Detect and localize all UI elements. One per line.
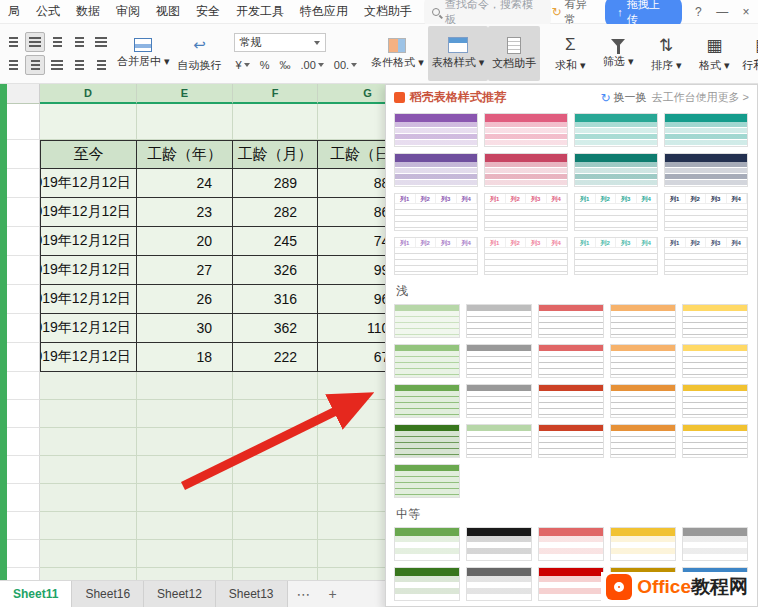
cell[interactable]: 1104: [318, 314, 385, 343]
cell[interactable]: [318, 104, 385, 140]
cell[interactable]: [233, 104, 318, 140]
sheet-tab-sheet16[interactable]: Sheet16: [72, 581, 144, 607]
cell[interactable]: [7, 104, 40, 140]
table-style-thumb[interactable]: [484, 153, 568, 187]
align-middle-icon[interactable]: [25, 32, 45, 52]
cell[interactable]: [233, 400, 318, 428]
sheet-tab-sheet12[interactable]: Sheet12: [144, 581, 216, 607]
cell[interactable]: 964: [318, 285, 385, 314]
cell[interactable]: [40, 372, 137, 400]
table-style-thumb[interactable]: [610, 424, 676, 458]
menu-item-文档助手[interactable]: 文档助手: [356, 3, 420, 20]
cell[interactable]: [233, 456, 318, 484]
cell[interactable]: 24: [137, 169, 233, 198]
cell[interactable]: [7, 169, 40, 198]
table-style-thumb[interactable]: [394, 527, 460, 561]
cell[interactable]: [318, 512, 385, 540]
cell[interactable]: [40, 512, 137, 540]
table-style-thumb[interactable]: [394, 304, 460, 338]
cell[interactable]: [7, 456, 40, 484]
cell[interactable]: 工龄（日）: [318, 140, 385, 169]
help-button[interactable]: ?: [690, 5, 706, 19]
cell[interactable]: [318, 484, 385, 512]
cell[interactable]: [40, 484, 137, 512]
minimize-button[interactable]: —: [714, 5, 730, 19]
rows-cols-button[interactable]: ▤行和列 ▾: [738, 26, 758, 81]
cell[interactable]: [137, 104, 233, 140]
cell[interactable]: 316: [233, 285, 318, 314]
add-sheet-button[interactable]: +: [320, 581, 346, 607]
table-style-thumb[interactable]: [682, 527, 748, 561]
cell[interactable]: [7, 372, 40, 400]
cell[interactable]: 994: [318, 256, 385, 285]
cell[interactable]: [137, 540, 233, 568]
table-style-thumb[interactable]: [538, 384, 604, 418]
cell[interactable]: 678: [318, 343, 385, 372]
cell[interactable]: [40, 456, 137, 484]
cell[interactable]: [7, 140, 40, 169]
table-style-thumb[interactable]: [610, 304, 676, 338]
column-header-D[interactable]: D: [40, 84, 137, 104]
cell[interactable]: [318, 456, 385, 484]
filter-button[interactable]: 筛选 ▾: [594, 26, 642, 81]
table-style-thumb[interactable]: [466, 304, 532, 338]
cell[interactable]: [7, 512, 40, 540]
number-format-select[interactable]: 常规: [234, 33, 326, 52]
sheet-tab-sheet13[interactable]: Sheet13: [216, 581, 288, 607]
cell[interactable]: 362: [233, 314, 318, 343]
cell[interactable]: 2019年12月12日: [40, 314, 137, 343]
cell[interactable]: 工龄（月）: [233, 140, 318, 169]
cell[interactable]: [137, 428, 233, 456]
cell[interactable]: 30: [137, 314, 233, 343]
table-style-thumb[interactable]: 列1列2列3列4: [664, 193, 748, 231]
column-header-G[interactable]: G: [318, 84, 385, 104]
table-style-thumb[interactable]: [610, 527, 676, 561]
cell[interactable]: [7, 400, 40, 428]
menu-item-局[interactable]: 局: [0, 3, 28, 20]
table-style-thumb[interactable]: [394, 567, 460, 601]
indent-decrease-icon[interactable]: [69, 32, 89, 52]
cell[interactable]: [7, 198, 40, 227]
table-style-button[interactable]: 表格样式 ▾: [428, 26, 489, 81]
cell[interactable]: [318, 428, 385, 456]
indent-increase-icon[interactable]: [91, 32, 111, 52]
align-bottom-icon[interactable]: [47, 32, 67, 52]
cell[interactable]: 20: [137, 227, 233, 256]
table-style-thumb[interactable]: [394, 424, 460, 458]
table-style-thumb[interactable]: [682, 424, 748, 458]
cell[interactable]: [318, 372, 385, 400]
table-style-thumb[interactable]: [538, 424, 604, 458]
cell[interactable]: [233, 540, 318, 568]
menu-item-视图[interactable]: 视图: [148, 3, 188, 20]
merge-center-button[interactable]: 合并居中 ▾: [113, 26, 174, 81]
table-style-thumb[interactable]: [574, 153, 658, 187]
table-style-thumb[interactable]: [538, 567, 604, 601]
cell[interactable]: [233, 484, 318, 512]
table-style-thumb[interactable]: [538, 527, 604, 561]
cell[interactable]: [233, 568, 318, 580]
table-style-thumb[interactable]: [682, 344, 748, 378]
cell[interactable]: [137, 456, 233, 484]
table-style-thumb[interactable]: [484, 113, 568, 147]
more-sheets-button[interactable]: ⋯: [288, 581, 320, 607]
table-style-thumb[interactable]: [664, 113, 748, 147]
cell[interactable]: 工龄（年）: [137, 140, 233, 169]
cell[interactable]: 884: [318, 169, 385, 198]
number-icon-.00[interactable]: .00: [298, 58, 325, 72]
table-style-thumb[interactable]: [466, 344, 532, 378]
refresh-styles-button[interactable]: ↻ 换一换: [600, 90, 646, 105]
menu-item-安全[interactable]: 安全: [188, 3, 228, 20]
cell[interactable]: 222: [233, 343, 318, 372]
align-center-icon[interactable]: [25, 55, 45, 75]
table-style-thumb[interactable]: 列1列2列3列4: [394, 193, 478, 231]
cell[interactable]: [7, 428, 40, 456]
cell[interactable]: [7, 343, 40, 372]
table-style-thumb[interactable]: [664, 153, 748, 187]
cell[interactable]: 2019年12月12日: [40, 227, 137, 256]
row-header-strip[interactable]: [0, 84, 7, 580]
cell[interactable]: 23: [137, 198, 233, 227]
cell[interactable]: [318, 568, 385, 580]
cell[interactable]: [137, 568, 233, 580]
cell[interactable]: [233, 372, 318, 400]
doc-assistant-button[interactable]: 文档助手: [488, 26, 540, 81]
